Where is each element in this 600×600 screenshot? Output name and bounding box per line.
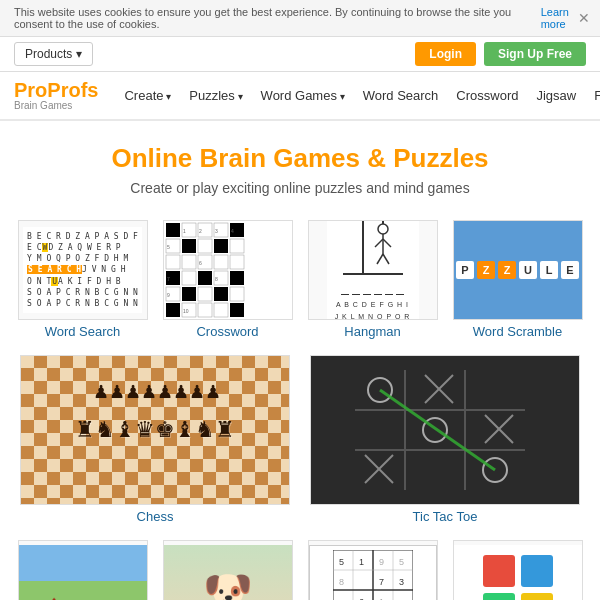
svg-line-50 bbox=[383, 254, 389, 264]
rubik-visual bbox=[454, 545, 582, 600]
hero-title: Online Brain Games & Puzzles bbox=[10, 143, 590, 174]
svg-rect-30 bbox=[230, 303, 244, 317]
scramble-visual: P Z Z U L E bbox=[453, 220, 583, 320]
logo-text: ProProfs bbox=[14, 80, 98, 100]
word-scramble-thumbnail: P Z Z U L E bbox=[453, 220, 583, 320]
svg-line-48 bbox=[383, 239, 391, 247]
svg-rect-7 bbox=[182, 239, 196, 253]
svg-text:8: 8 bbox=[339, 577, 344, 587]
game-card-word-scramble[interactable]: P Z Z U L E Word Scramble bbox=[445, 220, 590, 339]
cookie-banner: This website uses cookies to ensure you … bbox=[0, 0, 600, 37]
svg-text:4: 4 bbox=[231, 228, 234, 234]
nav-links: Create Puzzles Word Games Word Search Cr… bbox=[116, 83, 600, 108]
nav-word-search[interactable]: Word Search bbox=[355, 83, 447, 108]
tile-e: E bbox=[561, 261, 579, 279]
svg-rect-29 bbox=[214, 303, 228, 317]
svg-rect-25 bbox=[230, 287, 244, 301]
svg-rect-87 bbox=[521, 593, 553, 600]
top-nav: Products ▾ Login Sign Up Free bbox=[0, 37, 600, 72]
svg-rect-14 bbox=[214, 255, 228, 269]
svg-text:9: 9 bbox=[167, 292, 170, 298]
cookie-close-button[interactable]: ✕ bbox=[578, 10, 590, 26]
sudoku-thumbnail: 5 1 9 5 8 7 3 6 1 4 8 2 bbox=[308, 540, 438, 600]
game-card-chess[interactable]: ♜♞♝♛♚♝♞♜ ♟♟♟♟♟♟♟♟ Chess bbox=[10, 355, 300, 524]
game-card-ttt[interactable]: Tic Tac Toe bbox=[300, 355, 590, 524]
nav-family-fun[interactable]: Family Fun bbox=[586, 83, 600, 108]
svg-rect-24 bbox=[214, 287, 228, 301]
svg-text:8: 8 bbox=[215, 276, 218, 282]
svg-text:10: 10 bbox=[183, 308, 189, 314]
signup-button[interactable]: Sign Up Free bbox=[484, 42, 586, 66]
svg-rect-11 bbox=[166, 255, 180, 269]
login-button[interactable]: Login bbox=[415, 42, 476, 66]
middle-row: ♜♞♝♛♚♝♞♜ ♟♟♟♟♟♟♟♟ Chess bbox=[0, 351, 600, 536]
svg-text:7: 7 bbox=[379, 577, 384, 587]
svg-rect-12 bbox=[182, 255, 196, 269]
landscape-visual: 🏰 🌳 bbox=[19, 545, 147, 600]
crossword-thumbnail: 1 2 3 4 5 6 7 8 9 10 bbox=[163, 220, 293, 320]
svg-text:1: 1 bbox=[183, 228, 186, 234]
svg-rect-10 bbox=[230, 239, 244, 253]
products-label: Products bbox=[25, 47, 72, 61]
svg-line-49 bbox=[377, 254, 383, 264]
products-button[interactable]: Products ▾ bbox=[14, 42, 93, 66]
nav-puzzles[interactable]: Puzzles bbox=[181, 83, 250, 108]
svg-rect-22 bbox=[182, 287, 196, 301]
svg-text:5: 5 bbox=[339, 557, 344, 567]
svg-rect-85 bbox=[521, 555, 553, 587]
nav-jigsaw[interactable]: Jigsaw bbox=[528, 83, 584, 108]
sudoku-svg: 5 1 9 5 8 7 3 6 1 4 8 2 bbox=[333, 550, 413, 600]
svg-line-47 bbox=[375, 239, 383, 247]
chess-label: Chess bbox=[137, 509, 174, 524]
hero-subtitle: Create or play exciting online puzzles a… bbox=[10, 180, 590, 196]
hangman-svg bbox=[333, 220, 413, 279]
game-card-landscape[interactable]: 🏰 🌳 bbox=[10, 540, 155, 600]
chevron-down-icon: ▾ bbox=[76, 47, 82, 61]
svg-text:7: 7 bbox=[167, 276, 170, 282]
svg-rect-26 bbox=[166, 303, 180, 317]
game-grid-bottom: 🏰 🌳 🐶 bbox=[0, 536, 600, 600]
svg-text:5: 5 bbox=[399, 557, 404, 567]
rubik-svg bbox=[478, 550, 558, 600]
game-card-rubik[interactable] bbox=[445, 540, 590, 600]
puppy-thumbnail: 🐶 bbox=[163, 540, 293, 600]
svg-rect-28 bbox=[198, 303, 212, 317]
tile-l: L bbox=[540, 261, 558, 279]
nav-crossword[interactable]: Crossword bbox=[448, 83, 526, 108]
svg-rect-17 bbox=[182, 271, 196, 285]
nav-word-games[interactable]: Word Games bbox=[253, 83, 353, 108]
ttt-board bbox=[311, 355, 579, 505]
svg-rect-18 bbox=[198, 271, 212, 285]
tile-z1: Z bbox=[477, 261, 495, 279]
hangman-thumbnail: A B C D E F G H I J K L M N O P Q R S T … bbox=[308, 220, 438, 320]
cookie-text: This website uses cookies to ensure you … bbox=[14, 6, 535, 30]
game-card-puppy[interactable]: 🐶 bbox=[155, 540, 300, 600]
game-card-sudoku[interactable]: 5 1 9 5 8 7 3 6 1 4 8 2 bbox=[300, 540, 445, 600]
svg-rect-20 bbox=[230, 271, 244, 285]
hangman-visual: A B C D E F G H I J K L M N O P Q R S T … bbox=[327, 220, 419, 320]
game-card-hangman[interactable]: A B C D E F G H I J K L M N O P Q R S T … bbox=[300, 220, 445, 339]
svg-rect-1 bbox=[166, 223, 180, 237]
svg-point-45 bbox=[378, 224, 388, 234]
main-nav: ProProfs Brain Games Create Puzzles Word… bbox=[0, 72, 600, 121]
chess-board: ♜♞♝♛♚♝♞♜ ♟♟♟♟♟♟♟♟ bbox=[21, 355, 289, 505]
game-card-crossword[interactable]: 1 2 3 4 5 6 7 8 9 10 Crossword bbox=[155, 220, 300, 339]
svg-rect-8 bbox=[198, 239, 212, 253]
logo[interactable]: ProProfs Brain Games bbox=[14, 80, 98, 111]
logo-subtitle: Brain Games bbox=[14, 101, 98, 111]
svg-rect-84 bbox=[483, 555, 515, 587]
svg-line-64 bbox=[380, 390, 495, 470]
svg-text:1: 1 bbox=[359, 557, 364, 567]
scramble-word: P Z Z U L E bbox=[456, 261, 579, 279]
svg-rect-86 bbox=[483, 593, 515, 600]
hangman-label: Hangman bbox=[344, 324, 400, 339]
svg-text:9: 9 bbox=[379, 557, 384, 567]
nav-create[interactable]: Create bbox=[116, 83, 179, 108]
logo-profs: Profs bbox=[47, 79, 98, 101]
svg-text:5: 5 bbox=[167, 244, 170, 250]
sudoku-visual: 5 1 9 5 8 7 3 6 1 4 8 2 bbox=[309, 545, 437, 600]
game-card-word-search[interactable]: B E C R D Z A P A S D F E CWD Z A Q W E … bbox=[10, 220, 155, 339]
word-search-thumbnail: B E C R D Z A P A S D F E CWD Z A Q W E … bbox=[18, 220, 148, 320]
game-grid-row1: B E C R D Z A P A S D F E CWD Z A Q W E … bbox=[0, 206, 600, 351]
ws-grid: B E C R D Z A P A S D F E CWD Z A Q W E … bbox=[23, 227, 142, 313]
